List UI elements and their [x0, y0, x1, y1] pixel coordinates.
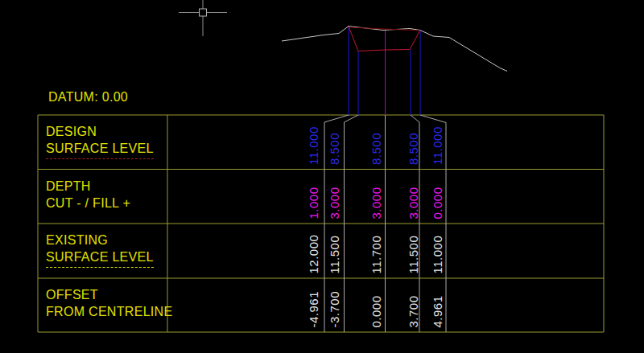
- row-label-line2: SURFACE LEVEL: [46, 248, 154, 268]
- depth-cut-fill-value: 3.000: [407, 187, 420, 219]
- existing-surface-level-value: 11.500: [407, 236, 420, 274]
- row-label-line2: SURFACE LEVEL: [46, 140, 154, 159]
- value-grid-leader: [420, 115, 446, 123]
- offset-from-centreline-value: 4.961: [431, 295, 444, 327]
- offset-from-centreline-value: -4.961: [307, 291, 320, 328]
- row-label-line1: DESIGN: [46, 123, 154, 140]
- offset-from-centreline-value: -3.700: [328, 291, 341, 328]
- row-label-offset-from-centreline: OFFSET FROM CENTRELINE: [46, 286, 172, 322]
- design-surface-level-value: 11.000: [307, 126, 320, 165]
- design-surface-level-value: 8.500: [328, 133, 341, 165]
- cad-modelspace-viewport[interactable]: 11.0008.5008.5008.50011.0001.0003.0003.0…: [0, 0, 644, 353]
- row-label-line2: FROM CENTRELINE: [46, 303, 172, 322]
- row-label-design-surface-level: DESIGN SURFACE LEVEL: [46, 123, 154, 159]
- existing-ground-line: [282, 27, 507, 72]
- row-label-existing-surface-level: EXISTING SURFACE LEVEL: [46, 232, 154, 268]
- design-surface-level-value: 11.000: [431, 126, 444, 165]
- design-surface-level-value: 8.500: [407, 133, 420, 165]
- row-label-line1: EXISTING: [46, 232, 154, 248]
- row-label-line2: CUT - / FILL +: [46, 195, 130, 213]
- value-grid-leader: [411, 115, 419, 122]
- row-label-line1: DEPTH: [46, 178, 130, 195]
- row-label-line1: OFFSET: [46, 286, 172, 303]
- depth-cut-fill-value: 1.000: [307, 187, 320, 219]
- existing-surface-level-value: 11.000: [431, 236, 444, 274]
- offset-from-centreline-value: 0.000: [369, 295, 383, 327]
- datum-label: DATUM: 0.00: [48, 88, 128, 105]
- row-label-depth-cut-fill: DEPTH CUT - / FILL +: [46, 178, 130, 213]
- existing-surface-level-value: 11.500: [328, 236, 341, 274]
- depth-cut-fill-value: 3.000: [328, 187, 341, 219]
- depth-cut-fill-value: 0.000: [431, 187, 444, 219]
- existing-surface-level-value: 11.700: [369, 236, 383, 274]
- offset-from-centreline-value: 3.700: [407, 295, 420, 327]
- depth-cut-fill-value: 3.000: [369, 187, 383, 219]
- design-surface-level-value: 8.500: [369, 133, 383, 165]
- value-grid-leader: [324, 115, 349, 122]
- existing-surface-level-value: 12.000: [307, 235, 320, 274]
- cursor-pickbox: [200, 9, 207, 16]
